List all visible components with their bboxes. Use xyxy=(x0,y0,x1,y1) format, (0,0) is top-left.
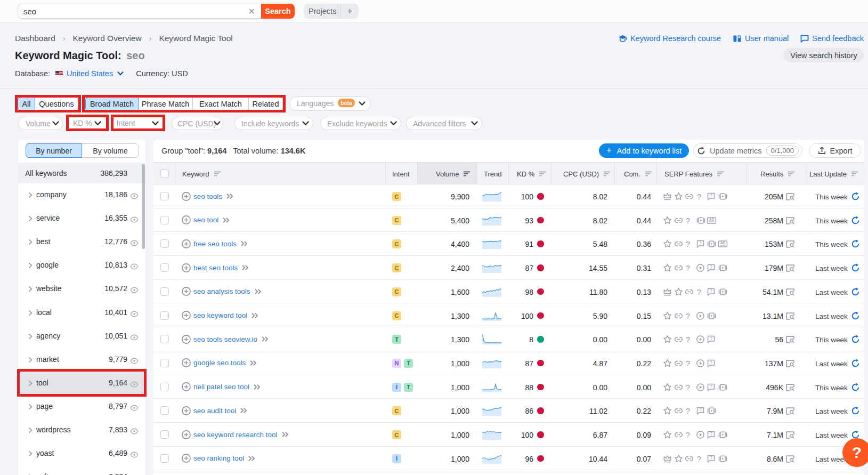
svg-text:?: ? xyxy=(686,311,690,320)
svg-text:?: ? xyxy=(699,407,702,413)
svg-text:?: ? xyxy=(686,263,690,272)
svg-text:?: ? xyxy=(710,288,712,294)
svg-text:?: ? xyxy=(686,359,690,368)
svg-text:AD: AD xyxy=(709,218,715,221)
svg-text:?: ? xyxy=(686,383,690,392)
svg-text:?: ? xyxy=(686,335,690,344)
svg-text:?: ? xyxy=(686,239,690,248)
svg-text:?: ? xyxy=(710,336,712,341)
svg-text:?: ? xyxy=(696,192,701,201)
svg-text:?: ? xyxy=(710,384,712,389)
svg-text:?: ? xyxy=(686,430,690,439)
svg-text:?: ? xyxy=(686,216,690,225)
svg-text:?: ? xyxy=(710,455,712,461)
svg-text:?: ? xyxy=(686,406,690,415)
svg-text:?: ? xyxy=(710,193,712,198)
svg-text:?: ? xyxy=(696,287,701,296)
svg-text:AD: AD xyxy=(720,241,725,245)
svg-text:?: ? xyxy=(710,264,712,270)
svg-text:?: ? xyxy=(699,241,702,246)
svg-text:?: ? xyxy=(710,360,712,365)
svg-text:?: ? xyxy=(696,454,701,463)
svg-text:?: ? xyxy=(710,431,712,437)
